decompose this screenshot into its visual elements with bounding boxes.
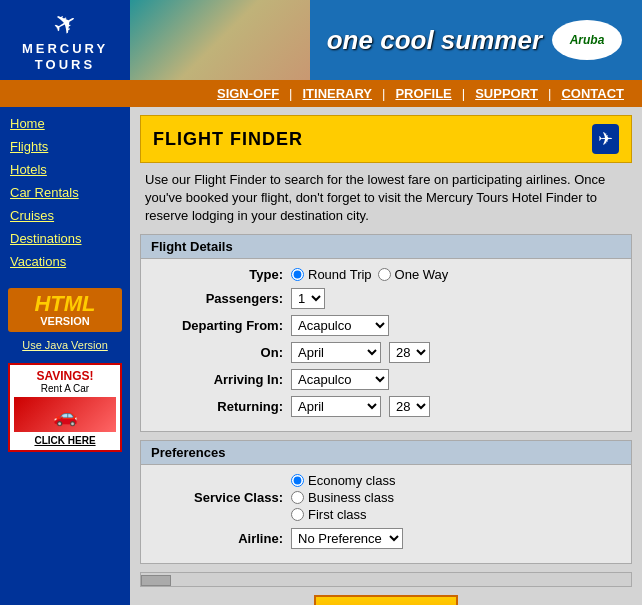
one-way-label[interactable]: One Way xyxy=(378,267,449,282)
on-day-select[interactable]: 12345 678910 1112131415 1617181920 21222… xyxy=(389,342,430,363)
airline-label: Airline: xyxy=(151,531,291,546)
plane-logo-icon: ✈ xyxy=(47,4,83,44)
business-text: Business class xyxy=(308,490,394,505)
departing-select[interactable]: AcapulcoAmsterdamBarcelonaCairo Cape Tow… xyxy=(291,315,389,336)
airline-control: No Preference American British Airways D… xyxy=(291,528,403,549)
departing-control: AcapulcoAmsterdamBarcelonaCairo Cape Tow… xyxy=(291,315,389,336)
on-month-select[interactable]: JanuaryFebruaryMarchApril MayJuneJulyAug… xyxy=(291,342,381,363)
arriving-row: Arriving In: AcapulcoAmsterdamBarcelonaC… xyxy=(151,369,621,390)
html-version-text: HTML xyxy=(13,293,117,315)
header: ✈ MERCURY TOURS one cool summer Aruba xyxy=(0,0,642,80)
sidebar-item-hotels[interactable]: Hotels xyxy=(0,158,130,181)
service-class-group: Economy class Business class First class xyxy=(291,473,395,522)
returning-day-select[interactable]: 12345 678910 1112131415 1617181920 21222… xyxy=(389,396,430,417)
departing-row: Departing From: AcapulcoAmsterdamBarcelo… xyxy=(151,315,621,336)
continue-container: CONTINUE ➜ xyxy=(140,595,632,605)
sidebar-item-car-rentals[interactable]: Car Rentals xyxy=(0,181,130,204)
passengers-select[interactable]: 1234 56789 xyxy=(291,288,325,309)
sidebar-item-flights[interactable]: Flights xyxy=(0,135,130,158)
savings-sub: Rent A Car xyxy=(14,383,116,394)
type-label: Type: xyxy=(151,267,291,282)
service-class-row: Service Class: Economy class Business cl… xyxy=(151,473,621,522)
car-icon: 🚗 xyxy=(14,397,116,432)
passengers-label: Passengers: xyxy=(151,291,291,306)
click-here-link[interactable]: CLICK HERE xyxy=(14,435,116,446)
flight-finder-header: FLIGHT FINDER ✈ xyxy=(140,115,632,163)
aruba-label: Aruba xyxy=(570,33,605,47)
nav-support[interactable]: SUPPORT xyxy=(467,84,546,103)
java-version-link[interactable]: Use Java Version xyxy=(0,337,130,353)
logo-area: ✈ MERCURY TOURS xyxy=(0,0,130,80)
service-class-control: Economy class Business class First class xyxy=(291,473,395,522)
banner-text: one cool summer xyxy=(327,25,542,56)
flight-details-section: Flight Details Type: Round Trip One Way xyxy=(140,234,632,432)
first-class-text: First class xyxy=(308,507,367,522)
returning-row: Returning: JanuaryFebruaryMarchApril May… xyxy=(151,396,621,417)
nav-bar: SIGN-OFF | ITINERARY | PROFILE | SUPPORT… xyxy=(0,80,642,107)
on-control: JanuaryFebruaryMarchApril MayJuneJulyAug… xyxy=(291,342,430,363)
economy-text: Economy class xyxy=(308,473,395,488)
arriving-control: AcapulcoAmsterdamBarcelonaCairo Cape Tow… xyxy=(291,369,389,390)
type-row: Type: Round Trip One Way xyxy=(151,267,621,282)
flight-finder-title: FLIGHT FINDER xyxy=(153,129,303,150)
service-class-label: Service Class: xyxy=(151,490,291,505)
airline-row: Airline: No Preference American British … xyxy=(151,528,621,549)
economy-class-label[interactable]: Economy class xyxy=(291,473,395,488)
arriving-select[interactable]: AcapulcoAmsterdamBarcelonaCairo Cape Tow… xyxy=(291,369,389,390)
scrollbar[interactable] xyxy=(140,572,632,587)
nav-sign-off[interactable]: SIGN-OFF xyxy=(209,84,287,103)
business-class-label[interactable]: Business class xyxy=(291,490,395,505)
one-way-text: One Way xyxy=(395,267,449,282)
first-class-label[interactable]: First class xyxy=(291,507,395,522)
sidebar-item-home[interactable]: Home xyxy=(0,112,130,135)
html-version-box: HTML VERSION xyxy=(8,288,122,332)
departing-label: Departing From: xyxy=(151,318,291,333)
preferences-body: Service Class: Economy class Business cl… xyxy=(141,465,631,563)
banner-area: one cool summer Aruba xyxy=(130,0,642,80)
logo-text: MERCURY TOURS xyxy=(22,41,108,72)
nav-profile[interactable]: PROFILE xyxy=(387,84,459,103)
round-trip-radio[interactable] xyxy=(291,268,304,281)
type-control: Round Trip One Way xyxy=(291,267,448,282)
flight-details-header: Flight Details xyxy=(141,235,631,259)
returning-month-select[interactable]: JanuaryFebruaryMarchApril MayJuneJulyAug… xyxy=(291,396,381,417)
one-way-radio[interactable] xyxy=(378,268,391,281)
nav-contact[interactable]: CONTACT xyxy=(553,84,632,103)
preferences-section: Preferences Service Class: Economy class xyxy=(140,440,632,564)
version-label: VERSION xyxy=(13,315,117,327)
content-area: FLIGHT FINDER ✈ Use our Flight Finder to… xyxy=(130,107,642,605)
airline-select[interactable]: No Preference American British Airways D… xyxy=(291,528,403,549)
business-radio[interactable] xyxy=(291,491,304,504)
scroll-thumb xyxy=(141,575,171,586)
flight-details-body: Type: Round Trip One Way Passe xyxy=(141,259,631,431)
sidebar-item-cruises[interactable]: Cruises xyxy=(0,204,130,227)
continue-button[interactable]: CONTINUE ➜ xyxy=(314,595,457,605)
banner-image xyxy=(130,0,310,80)
on-row: On: JanuaryFebruaryMarchApril MayJuneJul… xyxy=(151,342,621,363)
on-label: On: xyxy=(151,345,291,360)
flight-finder-description: Use our Flight Finder to search for the … xyxy=(140,171,632,226)
aruba-badge: Aruba xyxy=(552,20,622,60)
savings-title: SAVINGS! xyxy=(14,369,116,383)
savings-box[interactable]: SAVINGS! Rent A Car 🚗 CLICK HERE xyxy=(8,363,122,452)
arriving-label: Arriving In: xyxy=(151,372,291,387)
sidebar: Home Flights Hotels Car Rentals Cruises … xyxy=(0,107,130,605)
sidebar-item-vacations[interactable]: Vacations xyxy=(0,250,130,273)
nav-itinerary[interactable]: ITINERARY xyxy=(294,84,380,103)
first-class-radio[interactable] xyxy=(291,508,304,521)
sidebar-item-destinations[interactable]: Destinations xyxy=(0,227,130,250)
round-trip-text: Round Trip xyxy=(308,267,372,282)
passengers-row: Passengers: 1234 56789 xyxy=(151,288,621,309)
returning-control: JanuaryFebruaryMarchApril MayJuneJulyAug… xyxy=(291,396,430,417)
passengers-control: 1234 56789 xyxy=(291,288,325,309)
returning-label: Returning: xyxy=(151,399,291,414)
round-trip-label[interactable]: Round Trip xyxy=(291,267,372,282)
main-container: Home Flights Hotels Car Rentals Cruises … xyxy=(0,107,642,605)
preferences-header: Preferences xyxy=(141,441,631,465)
plane-icon-badge: ✈ xyxy=(592,124,619,154)
economy-radio[interactable] xyxy=(291,474,304,487)
